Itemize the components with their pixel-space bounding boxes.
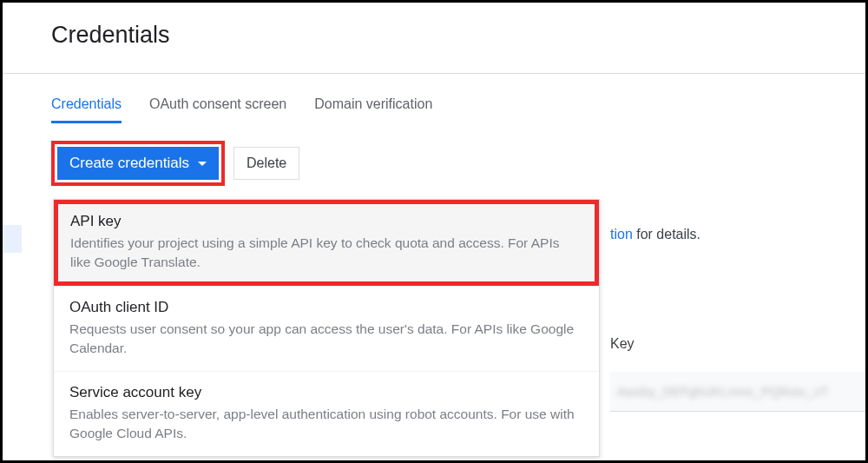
- tab-domain-verification[interactable]: Domain verification: [314, 96, 432, 123]
- tab-credentials[interactable]: Credentials: [51, 96, 122, 123]
- dropdown-item-oauth-client[interactable]: OAuth client ID Requests user consent so…: [54, 286, 599, 371]
- tab-oauth-consent[interactable]: OAuth consent screen: [149, 96, 286, 123]
- toolbar: Create credentials Delete: [51, 141, 831, 186]
- dropdown-item-title: API key: [70, 213, 582, 230]
- page-header: Credentials: [3, 3, 865, 74]
- partial-help-text: tion for details.: [610, 227, 700, 242]
- dropdown-item-desc: Identifies your project using a simple A…: [70, 234, 582, 273]
- caret-down-icon: [198, 162, 207, 166]
- delete-button[interactable]: Delete: [233, 147, 299, 180]
- annotation-highlight-create: Create credentials: [51, 141, 225, 186]
- api-key-row[interactable]: Awxby_DEFghiJKLmno_PQRstu_vT: [610, 372, 866, 412]
- create-credentials-button[interactable]: Create credentials: [57, 147, 219, 180]
- create-credentials-dropdown: API key Identifies your project using a …: [53, 199, 600, 457]
- api-key-value-redacted: Awxby_DEFghiJKLmno_PQRstu_vT: [610, 372, 866, 411]
- dropdown-item-service-account[interactable]: Service account key Enables server-to-se…: [54, 371, 599, 456]
- help-text-suffix: for details.: [633, 227, 700, 241]
- auth-link-fragment[interactable]: tion: [610, 227, 633, 241]
- table-header-key: Key: [610, 336, 635, 352]
- dropdown-item-title: Service account key: [69, 384, 583, 401]
- dropdown-item-desc: Requests user consent so your app can ac…: [69, 320, 583, 359]
- tabs-bar: Credentials OAuth consent screen Domain …: [51, 96, 831, 123]
- dropdown-item-api-key[interactable]: API key Identifies your project using a …: [54, 200, 599, 286]
- page-title: Credentials: [51, 22, 817, 49]
- sidebar-selection-marker: [3, 225, 22, 253]
- content-area: Credentials OAuth consent screen Domain …: [3, 74, 865, 186]
- create-credentials-label: Create credentials: [69, 155, 189, 172]
- dropdown-item-title: OAuth client ID: [69, 299, 583, 316]
- dropdown-item-desc: Enables server-to-server, app-level auth…: [69, 405, 583, 444]
